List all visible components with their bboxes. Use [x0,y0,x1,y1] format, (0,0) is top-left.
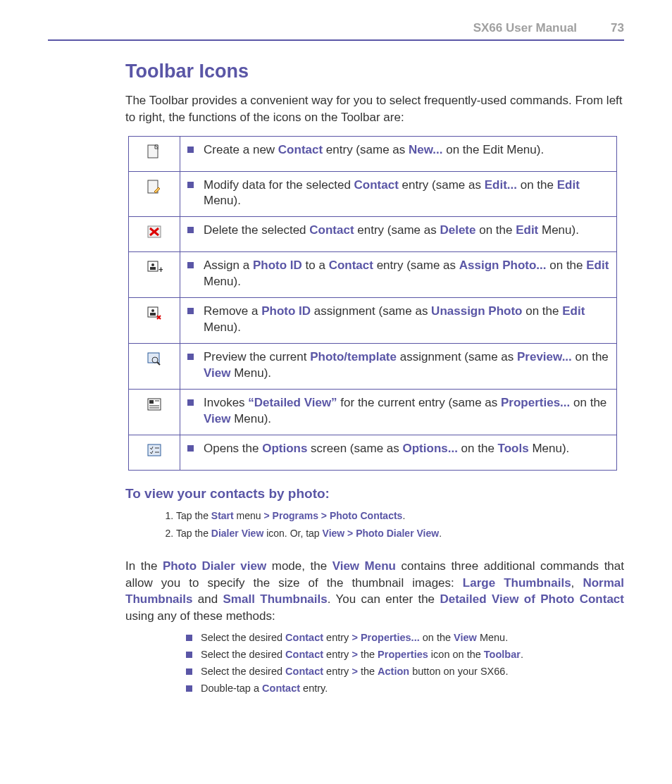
svg-rect-5 [150,267,156,270]
manual-title: SX66 User Manual [473,21,577,35]
icon-cell [129,298,180,344]
row-text: Invokes “Detailed View” for the current … [204,395,609,428]
bullet-list: Select the desired Contact entry > Prope… [186,632,624,694]
bullet-icon [187,308,194,314]
svg-point-4 [151,263,154,266]
options-icon [146,442,163,458]
subsection-heading: To view your contacts by photo: [125,486,624,502]
body-paragraph: In the Photo Dialer view mode, the View … [125,558,624,625]
bullet-icon [186,685,192,692]
bullet-text: Select the desired Contact entry > the A… [201,666,508,677]
delete-contact-icon [146,224,163,239]
bullet-icon [186,635,192,641]
svg-rect-14 [148,444,161,456]
desc-cell: Assign a Photo ID to a Contact entry (sa… [180,252,617,298]
icon-cell [129,389,180,435]
list-item: Select the desired Contact entry > the A… [186,666,624,677]
content: Toolbar Icons The Toolbar provides a con… [125,61,624,694]
intro-paragraph: The Toolbar provides a convenient way fo… [125,92,624,126]
bullet-text: Select the desired Contact entry > the P… [201,649,523,660]
table-row: Delete the selected Contact entry (same … [129,217,617,252]
desc-cell: Modify data for the selected Contact ent… [180,171,617,217]
desc-cell: Opens the Options screen (same as Option… [180,435,617,470]
list-item: Double-tap a Contact entry. [186,683,624,694]
table-row: Invokes “Detailed View” for the current … [129,389,617,435]
table-row: Preview the current Photo/template assig… [129,344,617,390]
icon-cell: + [129,252,180,298]
bullet-icon [187,445,194,452]
table-row: Remove a Photo ID assignment (same as Un… [129,298,617,344]
properties-icon [146,397,163,412]
table-row: + Assign a Photo ID to a Contact entry (… [129,252,617,298]
svg-rect-9 [150,313,156,316]
icon-cell [129,171,180,217]
list-item: Select the desired Contact entry > the P… [186,649,624,660]
row-text: Opens the Options screen (same as Option… [204,441,609,457]
bullet-text: Double-tap a Contact entry. [201,683,328,694]
section-heading: Toolbar Icons [125,61,624,82]
page: SX66 User Manual 73 Toolbar Icons The To… [0,0,672,721]
desc-cell: Remove a Photo ID assignment (same as Un… [180,298,617,344]
unassign-photo-icon [146,305,163,321]
assign-photo-icon: + [146,259,163,275]
list-item: Tap the Start menu > Programs > Photo Co… [176,509,624,523]
desc-cell: Invokes “Detailed View” for the current … [180,389,617,435]
page-number: 73 [611,21,624,35]
table-row: Opens the Options screen (same as Option… [129,435,617,470]
edit-contact-icon [146,179,163,194]
bullet-icon [186,668,192,675]
row-text: Create a new Contact entry (same as New.… [204,142,609,158]
row-text: Assign a Photo ID to a Contact entry (sa… [204,258,609,290]
svg-rect-13 [149,400,154,404]
list-item: Select the desired Contact entry > Prope… [186,632,624,643]
icon-cell [129,435,180,470]
preview-icon [146,351,163,366]
svg-text:+: + [158,265,163,275]
steps-list: Tap the Start menu > Programs > Photo Co… [176,509,624,541]
bullet-icon [187,227,194,233]
icon-cell [129,136,180,171]
bullet-text: Select the desired Contact entry > Prope… [201,632,508,643]
desc-cell: Delete the selected Contact entry (same … [180,217,617,252]
svg-point-8 [151,309,154,312]
svg-rect-0 [148,145,158,158]
bullet-icon [187,182,194,188]
row-text: Preview the current Photo/template assig… [204,349,609,382]
row-text: Remove a Photo ID assignment (same as Un… [204,304,609,336]
bullet-icon [187,354,194,360]
row-text: Delete the selected Contact entry (same … [204,223,609,239]
desc-cell: Preview the current Photo/template assig… [180,344,617,390]
toolbar-table: Create a new Contact entry (same as New.… [128,136,617,471]
icon-cell [129,217,180,252]
icon-cell [129,344,180,390]
bullet-icon [187,147,194,153]
table-row: Create a new Contact entry (same as New.… [129,136,617,171]
page-header: SX66 User Manual 73 [48,21,624,41]
table-row: Modify data for the selected Contact ent… [129,171,617,217]
row-text: Modify data for the selected Contact ent… [204,178,609,210]
new-contact-icon [146,144,163,159]
bullet-icon [187,399,194,406]
bullet-icon [186,652,192,658]
bullet-icon [187,262,194,268]
list-item: Tap the Dialer View icon. Or, tap View >… [176,526,624,541]
desc-cell: Create a new Contact entry (same as New.… [180,136,617,171]
